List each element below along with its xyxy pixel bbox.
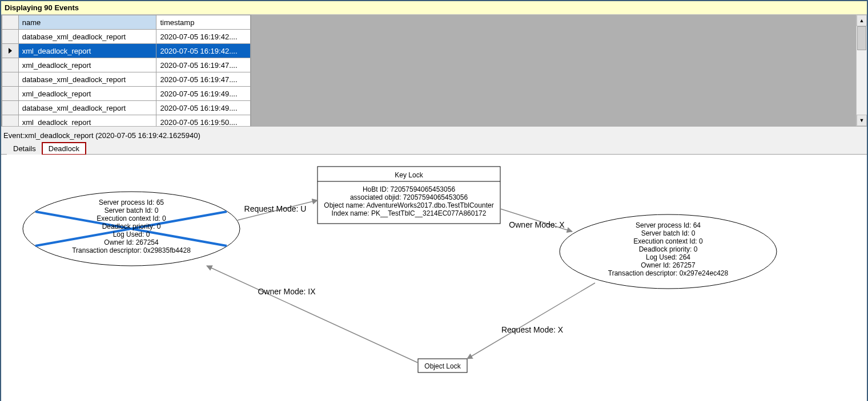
edge-label-request-x: Request Mode: X xyxy=(501,325,564,334)
cell-timestamp: 2020-07-05 16:19:47.... xyxy=(156,58,251,72)
grid-scrollbar[interactable]: ▲ ▼ xyxy=(856,15,867,126)
node-text-line: Server process Id: 64 xyxy=(636,221,701,229)
cell-name: database_xml_deadlock_report xyxy=(18,72,156,87)
node-text-line: Server batch Id: 0 xyxy=(105,206,159,214)
edge-label-owner-ix: Owner Mode: IX xyxy=(258,287,316,296)
cell-timestamp: 2020-07-05 16:19:42.... xyxy=(156,30,251,44)
object-lock-title: Object Lock xyxy=(424,362,461,370)
row-header xyxy=(2,58,19,72)
node-text-line: Transaction descriptor: 0x29835fb4428 xyxy=(72,246,191,254)
events-count-banner: Displaying 90 Events xyxy=(1,1,867,15)
table-row[interactable]: xml_deadlock_report2020-07-05 16:19:47..… xyxy=(2,58,251,72)
cell-timestamp: 2020-07-05 16:19:47.... xyxy=(156,72,251,87)
column-header-name[interactable]: name xyxy=(18,15,156,30)
row-header xyxy=(2,44,19,58)
key-lock-node[interactable]: Key Lock HoBt ID: 72057594065453056assoc… xyxy=(318,167,500,224)
table-row[interactable]: xml_deadlock_report2020-07-05 16:19:49..… xyxy=(2,87,251,101)
row-header-corner xyxy=(2,15,19,30)
row-header xyxy=(2,115,19,127)
victim-process-node[interactable]: Server process Id: 65Server batch Id: 0E… xyxy=(23,192,240,266)
deadlock-graph-pane[interactable]: Server process Id: 65Server batch Id: 0E… xyxy=(1,155,867,401)
cell-timestamp: 2020-07-05 16:19:49.... xyxy=(156,101,251,115)
table-row[interactable]: xml_deadlock_report2020-07-05 16:19:50..… xyxy=(2,115,251,127)
node-text-line: Owner Id: 267254 xyxy=(104,238,159,246)
node-text-line: Log Used: 264 xyxy=(646,253,690,261)
cell-name: xml_deadlock_report xyxy=(18,87,156,101)
tab-deadlock[interactable]: Deadlock xyxy=(42,143,86,155)
detail-tabs: Details Deadlock xyxy=(1,142,867,155)
app-root: Displaying 90 Events name timestamp data… xyxy=(1,1,867,401)
node-text-line: Owner Id: 267257 xyxy=(641,261,696,269)
scroll-up-button[interactable]: ▲ xyxy=(857,15,867,26)
column-header-timestamp[interactable]: timestamp xyxy=(156,15,251,30)
edge-owner-ix xyxy=(207,266,418,363)
node-text-line: Execution context Id: 0 xyxy=(633,237,703,245)
node-text-line: Server batch Id: 0 xyxy=(641,229,696,237)
edge-label-owner-x: Owner Mode: X xyxy=(509,220,565,229)
table-row[interactable]: database_xml_deadlock_report2020-07-05 1… xyxy=(2,72,251,87)
node-text-line: Transaction descriptor: 0x297e24ec428 xyxy=(608,269,729,277)
event-detail-title: Event:xml_deadlock_report (2020-07-05 16… xyxy=(1,127,867,142)
node-text-line: associated objid: 72057594065453056 xyxy=(350,193,468,201)
row-header xyxy=(2,87,19,101)
node-text-line: Object name: AdventureWorks2017.dbo.Test… xyxy=(324,201,493,209)
edge-label-request-u: Request Mode: U xyxy=(244,204,307,213)
cell-timestamp: 2020-07-05 16:19:49.... xyxy=(156,87,251,101)
events-grid-region: name timestamp database_xml_deadlock_rep… xyxy=(1,15,867,127)
scroll-track[interactable] xyxy=(857,26,867,115)
node-text-line: Log Used: 0 xyxy=(113,230,150,238)
survivor-process-node[interactable]: Server process Id: 64Server batch Id: 0E… xyxy=(560,214,777,289)
node-text-line: Index name: PK__TestTblC__3214EC077A8601… xyxy=(332,209,487,217)
events-count-text: Displaying 90 Events xyxy=(5,3,79,12)
node-text-line: Server process Id: 65 xyxy=(99,199,164,206)
scroll-down-button[interactable]: ▼ xyxy=(857,115,867,126)
cell-name: xml_deadlock_report xyxy=(18,44,156,58)
key-lock-title: Key Lock xyxy=(395,171,423,179)
cell-name: database_xml_deadlock_report xyxy=(18,101,156,115)
object-lock-node[interactable]: Object Lock xyxy=(418,359,467,372)
row-header xyxy=(2,30,19,44)
events-grid[interactable]: name timestamp database_xml_deadlock_rep… xyxy=(1,15,251,126)
cell-name: database_xml_deadlock_report xyxy=(18,30,156,44)
node-text-line: Deadlock priority: 0 xyxy=(639,245,698,253)
cell-timestamp: 2020-07-05 16:19:42.... xyxy=(156,44,251,58)
table-row[interactable]: xml_deadlock_report2020-07-05 16:19:42..… xyxy=(2,44,251,58)
table-row[interactable]: database_xml_deadlock_report2020-07-05 1… xyxy=(2,30,251,44)
cell-name: xml_deadlock_report xyxy=(18,58,156,72)
node-text-line: Execution context Id: 0 xyxy=(97,214,166,222)
edge-request-x xyxy=(467,283,595,359)
current-row-indicator-icon xyxy=(9,48,12,54)
row-header xyxy=(2,72,19,87)
row-header xyxy=(2,101,19,115)
node-text-line: Deadlock priority: 0 xyxy=(102,222,161,230)
tab-details[interactable]: Details xyxy=(7,143,42,155)
deadlock-graph: Server process Id: 65Server batch Id: 0E… xyxy=(1,155,863,394)
scroll-thumb[interactable] xyxy=(857,26,866,50)
cell-name: xml_deadlock_report xyxy=(18,115,156,127)
table-row[interactable]: database_xml_deadlock_report2020-07-05 1… xyxy=(2,101,251,115)
node-text-line: HoBt ID: 72057594065453056 xyxy=(363,185,455,193)
cell-timestamp: 2020-07-05 16:19:50.... xyxy=(156,115,251,127)
